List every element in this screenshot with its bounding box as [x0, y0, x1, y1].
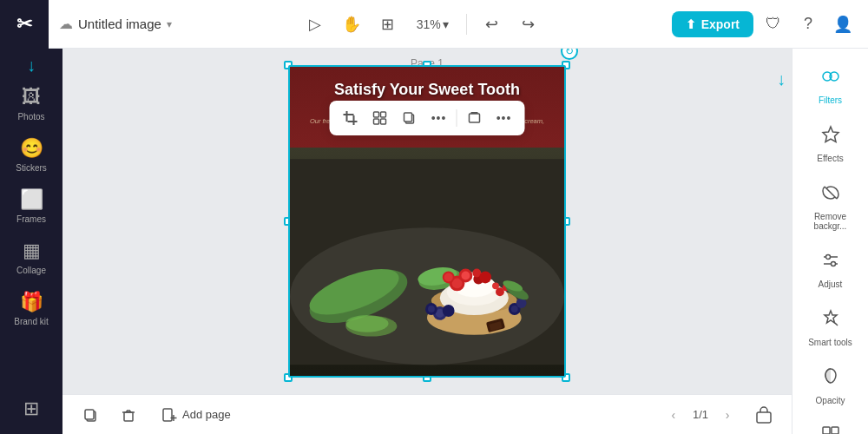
rs-item-smart-tools[interactable]: Smart tools — [796, 299, 865, 356]
sidebar-item-bottom[interactable]: ⊞ — [3, 391, 59, 427]
svg-rect-0 — [346, 111, 348, 122]
svg-rect-1 — [344, 114, 354, 115]
photos-icon: 🖼 — [22, 86, 41, 108]
layout-tool-button[interactable]: ⊞ — [373, 10, 403, 39]
svg-rect-2 — [353, 115, 355, 125]
sidebar-item-brand-kit[interactable]: 🎁 Brand kit — [3, 284, 59, 333]
export-icon: ⬆ — [686, 17, 696, 31]
opacity-icon — [820, 366, 841, 392]
sidebar-item-photos[interactable]: 🖼 Photos — [3, 79, 59, 128]
stickers-icon: 😊 — [20, 137, 43, 160]
grid-tool-button[interactable] — [366, 104, 394, 132]
svg-rect-9 — [404, 113, 412, 122]
crop-tool-button[interactable] — [337, 104, 365, 132]
svg-point-36 — [492, 282, 499, 289]
svg-rect-7 — [381, 119, 386, 124]
adjust-label: Adjust — [819, 279, 843, 289]
svg-rect-52 — [85, 410, 94, 419]
select-tool-button[interactable]: ▷ — [300, 10, 330, 39]
rs-item-adjust[interactable]: Adjust — [796, 241, 865, 298]
sidebar-item-frames[interactable]: ⬜ Frames — [3, 181, 59, 231]
frames-label: Frames — [16, 214, 46, 224]
remove-background-label: Remove backgr... — [799, 212, 862, 231]
svg-point-40 — [428, 306, 435, 312]
bottom-bar: Add page ‹ 1/1 › — [62, 394, 792, 434]
collage-icon: ▦ — [23, 240, 41, 262]
main-area: ↓ 🖼 Photos 😊 Stickers ⬜ Frames ▦ Collage… — [0, 49, 868, 434]
svg-point-67 — [825, 255, 830, 260]
rs-item-filters[interactable]: Filters — [796, 57, 865, 114]
right-sidebar-arrow: ↓ — [777, 69, 786, 89]
remove-background-icon — [820, 182, 841, 208]
export-button[interactable]: ⬆ Export — [672, 11, 753, 37]
download-arrow-icon: ↓ — [27, 56, 36, 76]
svg-point-28 — [444, 273, 453, 281]
image-food-area — [290, 148, 564, 376]
arrange-icon — [820, 424, 841, 434]
logo-area: ✂ — [0, 0, 49, 49]
toolbar-separator — [466, 14, 467, 35]
add-page-label: Add page — [182, 408, 231, 421]
prev-page-button[interactable]: ‹ — [661, 403, 686, 427]
copy-overlay-button[interactable] — [396, 104, 424, 132]
svg-point-43 — [511, 306, 518, 312]
rs-item-effects[interactable]: Effects — [796, 115, 865, 172]
rotate-handle[interactable]: ↻ — [561, 49, 578, 60]
effects-label: Effects — [817, 154, 843, 163]
right-sidebar: ↓ Filters Effects Remove backgr... Adjus — [792, 49, 868, 434]
collage-label: Collage — [16, 266, 46, 275]
export-label: Export — [701, 17, 740, 31]
redo-button[interactable]: ↪ — [514, 10, 543, 39]
doc-title-area[interactable]: ☁ Untitled image ▾ — [59, 16, 172, 32]
hand-tool-button[interactable]: ✋ — [337, 10, 366, 39]
svg-rect-53 — [124, 412, 133, 421]
copy-bottom-button[interactable] — [76, 401, 104, 429]
rs-item-remove-bg[interactable]: Remove backgr... — [796, 174, 865, 240]
more-dots-icon: ••• — [431, 111, 447, 125]
sidebar-item-stickers[interactable]: 😊 Stickers — [3, 130, 59, 180]
element-toolbar: ••• ••• — [330, 101, 525, 135]
layers-button[interactable] — [461, 104, 489, 132]
zoom-control[interactable]: 31% ▾ — [410, 14, 456, 35]
svg-point-68 — [831, 262, 835, 266]
more-options-button[interactable]: ••• — [425, 104, 453, 132]
next-page-button[interactable]: › — [715, 403, 740, 427]
stickers-label: Stickers — [16, 163, 47, 173]
add-page-button[interactable]: Add page — [153, 404, 240, 426]
shield-icon-button[interactable]: 🛡 — [759, 10, 788, 39]
svg-marker-64 — [823, 127, 838, 142]
svg-rect-5 — [381, 112, 386, 117]
svg-rect-69 — [823, 427, 830, 434]
help-button[interactable]: ? — [793, 10, 823, 39]
sidebar-item-collage[interactable]: ▦ Collage — [3, 233, 59, 282]
svg-point-30 — [462, 271, 470, 279]
undo-button[interactable]: ↩ — [477, 10, 507, 39]
left-sidebar: ↓ 🖼 Photos 😊 Stickers ⬜ Frames ▦ Collage… — [0, 49, 62, 434]
zoom-value: 31% — [417, 17, 441, 31]
doc-title: Untitled image — [78, 16, 161, 31]
rs-item-opacity[interactable]: Opacity — [796, 358, 865, 414]
opacity-label: Opacity — [816, 396, 845, 405]
logo-icon: ✂ — [16, 13, 32, 36]
svg-rect-3 — [348, 121, 358, 122]
svg-rect-6 — [374, 119, 379, 124]
svg-rect-10 — [470, 114, 480, 122]
svg-point-33 — [479, 271, 491, 283]
page-counter: 1/1 — [693, 408, 708, 421]
topbar-center: ▷ ✋ ⊞ 31% ▾ ↩ ↪ — [179, 10, 665, 39]
smart-tools-label: Smart tools — [808, 338, 852, 347]
overflow-button[interactable]: ••• — [490, 104, 518, 132]
filters-icon — [820, 66, 841, 92]
rs-item-arrange[interactable]: Arrange — [796, 416, 865, 434]
food-illustration — [290, 148, 564, 376]
delete-bottom-button[interactable] — [115, 401, 142, 429]
frames-icon: ⬜ — [20, 188, 43, 211]
brand-kit-icon: 🎁 — [20, 291, 43, 313]
topbar-right: ⬆ Export 🛡 ? 👤 — [672, 10, 858, 39]
page-navigation: ‹ 1/1 › — [661, 403, 740, 427]
zoom-chevron: ▾ — [443, 17, 449, 31]
smart-tools-icon — [820, 308, 841, 334]
doc-title-chevron: ▾ — [167, 18, 172, 30]
image-title: Satisfy Your Sweet Tooth — [300, 81, 554, 100]
profile-button[interactable]: 👤 — [828, 10, 858, 39]
